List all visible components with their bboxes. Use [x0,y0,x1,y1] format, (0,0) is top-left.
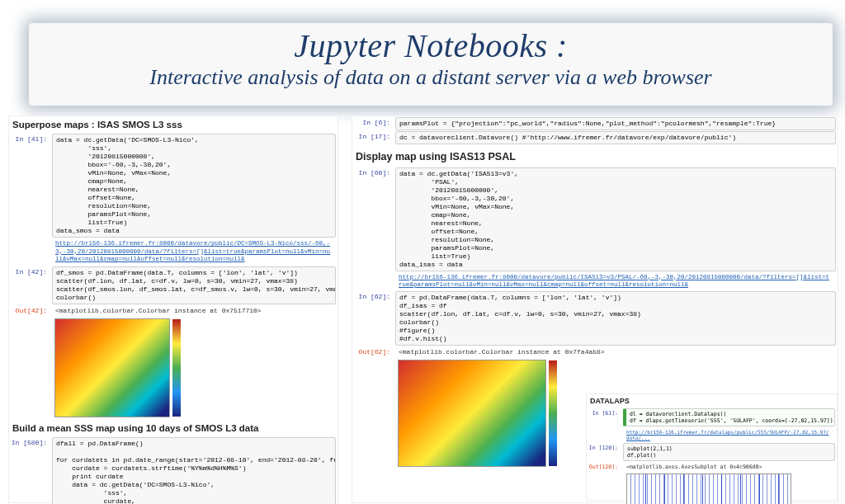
inset-prompt-61: In [61]: [588,408,623,426]
code-17[interactable]: dc = datavoreclient.Datavore() #'http://… [395,131,836,144]
datalaps-inset-panel: DATALAPS In [61]: dl = datavoreclient.Da… [586,393,838,501]
title-line2: Interactive analysis of data on a distan… [29,65,833,90]
cell-60-url: http://br156-136.ifremer.fr:8000/datavor… [354,272,836,291]
cell-60: In [60]: data = dc.getData('ISAS13=v3', … [354,167,836,271]
prompt-out-62: Out[62]: [354,346,395,358]
cell-580: In [580]: dfall = pd.DataFrame() for cur… [11,437,336,504]
out-62: Out[62]: <matplotlib.colorbar.Colorbar i… [354,346,836,358]
code-60[interactable]: data = dc.getData('ISAS13=v3', 'PSAL', '… [395,167,836,271]
left-heading-2: Build a mean SSS map using 10 days of SM… [12,422,334,434]
inset-cell-61: In [61]: dl = datavoreclient.Datalaps() … [588,408,835,426]
code-41[interactable]: data = dc.getData('DC=SMOS-L3-Nico', 'ss… [52,134,336,238]
prompt-in-580: In [580]: [11,437,52,504]
out-42-text: <matplotlib.colorbar.Colorbar instance a… [52,305,336,317]
inset-prompt-120: In [120]: [588,443,623,461]
output-url-41[interactable]: http://br156-136.ifremer.fr:8000/datavor… [52,238,336,265]
prompt-in-41: In [41]: [11,134,52,238]
prompt-in-6: In [6]: [354,117,395,130]
output-url-60[interactable]: http://br156-136.ifremer.fr:8000/datavor… [395,272,836,291]
smos-map-image [54,318,170,417]
prompt-in-62: In [62]: [354,291,395,346]
code-42[interactable]: df_smos = pd.DataFrame(data.T, columns =… [52,266,336,304]
inset-code-61[interactable]: dl = datavoreclient.Datalaps() df = dlap… [623,408,835,426]
out-42: Out[42]: <matplotlib.colorbar.Colorbar i… [11,305,336,317]
title-line1: Jupyter Notebooks : [29,26,833,65]
cell-41-url: http://br156-136.ifremer.fr:8000/datavor… [11,238,336,265]
code-62[interactable]: df = pd.DataFrame(data.T, columns = ['lo… [395,291,836,346]
inset-prompt-out-120: Out[120]: [588,462,623,472]
left-notebook-panel: Superpose maps : ISAS SMOS L3 sss In [41… [8,115,338,503]
prompt-out-42: Out[42]: [11,305,52,317]
cell-6: In [6]: paramsPlot = {"projection":"pc_w… [354,117,836,130]
left-heading-1: Superpose maps : ISAS SMOS L3 sss [12,119,334,130]
inset-code-120[interactable]: subplot(2,1,1) df.plot() [623,443,835,461]
datalaps-timeseries-image [626,473,791,504]
prompt-in-60: In [60]: [354,167,395,271]
cell-62: In [62]: df = pd.DataFrame(data.T, colum… [354,291,836,346]
inset-out-120: Out[120]: <matplotlib.axes.AxesSubplot a… [588,462,835,472]
cell-42: In [42]: df_smos = pd.DataFrame(data.T, … [11,266,336,304]
isas-map-image [398,360,546,467]
title-banner: Jupyter Notebooks : Interactive analysis… [29,23,833,106]
cell-17: In [17]: dc = datavoreclient.Datavore() … [354,131,836,144]
inset-output-url[interactable]: http://br156-136.ifremer.fr/datalaps/pub… [623,427,835,442]
code-6[interactable]: paramsPlot = {"projection":"pc_world","r… [395,117,836,130]
prompt-in-42: In [42]: [11,266,52,304]
inset-out-120-text: <matplotlib.axes.AxesSubplot at 0x4c906d… [623,462,835,472]
inset-title: DATALAPS [587,394,837,407]
code-580[interactable]: dfall = pd.DataFrame() for curdatets in … [52,437,336,504]
out-62-text: <matplotlib.colorbar.Colorbar instance a… [395,346,836,358]
inset-url: http://br156-136.ifremer.fr/datalaps/pub… [588,427,835,442]
inset-cell-120: In [120]: subplot(2,1,1) df.plot() [588,443,835,461]
prompt-in-17: In [17]: [354,131,395,144]
cell-41: In [41]: data = dc.getData('DC=SMOS-L3-N… [11,134,336,238]
right-heading: Display map using ISAS13 PSAL [356,151,834,164]
